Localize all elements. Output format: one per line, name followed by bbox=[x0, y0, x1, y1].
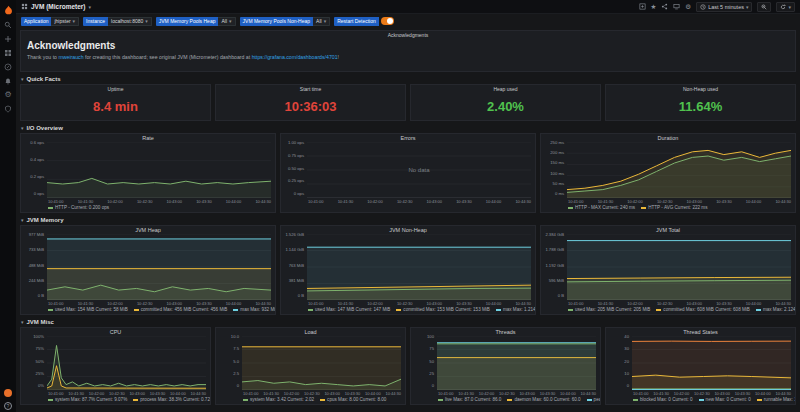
legend-item[interactable]: system Max: 3.42 Current: 2.02 bbox=[243, 397, 314, 402]
row-io-overview[interactable]: ▾ I/O Overview bbox=[21, 123, 796, 132]
time-range-label: Last 5 minutes bbox=[708, 4, 744, 10]
variable-application[interactable]: Application jhipster▾ bbox=[21, 17, 79, 26]
plot-wrap: 0.6 ops0.4 ops0.2 ops0 ops bbox=[21, 142, 275, 198]
legend-item[interactable]: committed Max: 608 MiB Current: 608 MiB bbox=[656, 307, 750, 312]
star-icon[interactable]: ★ bbox=[651, 3, 657, 11]
legend-item[interactable]: committed Max: 153 MiB Current: 153 MiB bbox=[396, 307, 490, 312]
panel-title[interactable]: Errors bbox=[281, 134, 535, 142]
graph-plot[interactable] bbox=[437, 336, 596, 390]
legend-item[interactable]: blocked Max: 0 Current: 0 bbox=[633, 397, 693, 402]
settings-gear-icon[interactable]: ⚙ bbox=[685, 3, 691, 11]
legend-item[interactable]: HTTP - MAX Current: 240 ms bbox=[568, 205, 635, 210]
legend-item[interactable]: max Max: 932 MiB Current: 932 MiB bbox=[233, 307, 275, 312]
legend: blocked Max: 0 Current: 0new Max: 0 Curr… bbox=[606, 396, 795, 404]
legend-item[interactable]: runnable Max: 10 Current: 9 bbox=[757, 397, 795, 402]
panel-title[interactable]: Heap used bbox=[411, 85, 600, 93]
graph-plot[interactable] bbox=[47, 336, 206, 390]
legend-item[interactable]: daemon Max: 60.0 Current: 60.0 bbox=[507, 397, 580, 402]
alerting-bell-icon[interactable] bbox=[4, 77, 12, 85]
dashboard-title[interactable]: JVM (Micrometer) bbox=[31, 3, 86, 10]
panel-title[interactable]: CPU bbox=[21, 328, 210, 336]
x-tick-label: 10:43:00 bbox=[427, 301, 443, 306]
legend-item[interactable]: used Max: 147 MiB Current: 147 MiB bbox=[308, 307, 390, 312]
navbar-actions: ★ ⚙ Last 5 minutes ▾ ▾ bbox=[639, 2, 795, 12]
legend-label: HTTP - Current: 0.200 ops bbox=[55, 205, 109, 210]
graph-plot[interactable] bbox=[47, 142, 271, 198]
panel-title[interactable]: Duration bbox=[541, 134, 795, 142]
legend-item[interactable]: HTTP - AVG Current: 222 ms bbox=[641, 205, 707, 210]
legend-item[interactable]: max Max: 2.124 GiB Current: 2.124 GiB bbox=[756, 307, 795, 312]
refresh-button[interactable]: ▾ bbox=[776, 2, 795, 12]
panel-title[interactable]: JVM Total bbox=[541, 226, 795, 234]
x-tick-label: 10:42:00 bbox=[479, 391, 495, 396]
add-panel-icon[interactable] bbox=[639, 3, 646, 10]
x-tick-label: 10:44:00 bbox=[560, 391, 576, 396]
x-tick-label: 10:41:00 bbox=[438, 391, 454, 396]
graph-plot[interactable] bbox=[567, 142, 791, 198]
x-tick-label: 10:44:00 bbox=[170, 391, 186, 396]
cycle-view-icon[interactable] bbox=[673, 3, 680, 10]
jvm-memory-row: JVM Heap977 MiB733 MiB488 MiB244 MiB0 B1… bbox=[20, 225, 796, 315]
zoom-out-button[interactable] bbox=[757, 2, 771, 12]
legend-item[interactable]: used Max: 205 MiB Current: 205 MiB bbox=[568, 307, 650, 312]
graph-plot[interactable] bbox=[632, 336, 791, 390]
panel-title[interactable]: Threads bbox=[411, 328, 600, 336]
configuration-gear-icon[interactable]: ⚙ bbox=[4, 91, 12, 99]
share-icon[interactable] bbox=[661, 3, 668, 10]
y-tick-label: 50% bbox=[36, 359, 44, 364]
author-link[interactable]: mweirauch bbox=[58, 54, 83, 60]
legend-item[interactable]: cpus Max: 8.00 Current: 8.00 bbox=[320, 397, 386, 402]
graph-plot[interactable] bbox=[47, 234, 271, 300]
y-axis: 10.07.55.02.50 bbox=[216, 334, 242, 388]
search-icon[interactable] bbox=[4, 21, 12, 29]
graph-plot[interactable] bbox=[242, 336, 401, 390]
legend-item[interactable]: process Max: 38.3% Current: 0.72% bbox=[133, 397, 210, 402]
legend-item[interactable]: HTTP - Current: 0.200 ops bbox=[48, 205, 109, 210]
panel-title[interactable]: Non-Heap used bbox=[606, 85, 795, 93]
legend-item[interactable]: max Max: 1.214 GiB Current: 1.214 GiB bbox=[496, 307, 535, 312]
chevron-down-icon[interactable]: ▾ bbox=[89, 4, 92, 10]
x-tick-label: 10:42:00 bbox=[627, 301, 643, 306]
legend-item[interactable]: system Max: 87.7% Current: 9.07% bbox=[48, 397, 127, 402]
server-admin-shield-icon[interactable] bbox=[4, 105, 12, 113]
legend-item[interactable]: new Max: 0 Current: 0 bbox=[699, 397, 751, 402]
panel-load: Load10.07.55.02.5010:41:0010:41:3010:42:… bbox=[215, 327, 406, 405]
variable-jvm-memory-pools-heap[interactable]: JVM Memory Pools Heap All▾ bbox=[156, 17, 236, 26]
row-jvm-memory[interactable]: ▾ JVM Memory bbox=[21, 215, 796, 224]
legend-item[interactable]: live Max: 87.0 Current: 86.0 bbox=[438, 397, 501, 402]
restart-detection-toggle[interactable] bbox=[381, 17, 394, 25]
add-icon[interactable] bbox=[4, 35, 12, 43]
graph-plot[interactable]: No data bbox=[307, 142, 531, 198]
x-axis: 10:41:0010:41:3010:42:0010:42:3010:43:00… bbox=[216, 390, 405, 396]
legend-item[interactable]: peak Max: 87.0 Current: 87.0 bbox=[587, 397, 600, 402]
x-tick-label: 10:43:00 bbox=[714, 391, 730, 396]
panel-title[interactable]: Start time bbox=[216, 85, 405, 93]
explore-icon[interactable] bbox=[4, 63, 12, 71]
help-icon[interactable]: ? bbox=[4, 402, 12, 410]
variable-jvm-memory-pools-non-heap[interactable]: JVM Memory Pools Non-Heap All▾ bbox=[240, 17, 331, 26]
y-axis: 1.00 ops0.75 ops0.50 ops0.25 ops0 ops bbox=[281, 140, 307, 196]
x-tick-label: 10:41:30 bbox=[78, 301, 94, 306]
graph-plot[interactable] bbox=[567, 234, 791, 300]
panel-title[interactable]: JVM Non-Heap bbox=[281, 226, 535, 234]
acknowledgments-heading: Acknowledgments bbox=[27, 40, 789, 51]
panel-title[interactable]: Rate bbox=[21, 134, 275, 142]
panel-title[interactable]: JVM Heap bbox=[21, 226, 275, 234]
panel-title[interactable]: Thread States bbox=[606, 328, 795, 336]
legend bbox=[281, 204, 535, 207]
time-range-picker[interactable]: Last 5 minutes ▾ bbox=[696, 2, 752, 12]
x-tick-label: 10:44:00 bbox=[746, 301, 762, 306]
panel-title[interactable]: Load bbox=[216, 328, 405, 336]
dashboards-icon[interactable] bbox=[4, 49, 12, 57]
legend-item[interactable]: used Max: 154 MiB Current: 58 MiB bbox=[48, 307, 128, 312]
row-jvm-misc[interactable]: ▾ JVM Misc bbox=[21, 317, 796, 326]
dashboard-url-link[interactable]: https://grafana.com/dashboards/4701 bbox=[252, 54, 338, 60]
row-quick-facts[interactable]: ▾ Quick Facts bbox=[21, 74, 796, 83]
user-avatar[interactable] bbox=[4, 389, 12, 397]
panel-title[interactable]: Uptime bbox=[21, 85, 210, 93]
grafana-logo-icon[interactable] bbox=[3, 2, 14, 13]
graph-plot[interactable] bbox=[307, 234, 531, 300]
variable-instance[interactable]: Instance localhost:8080▾ bbox=[83, 17, 152, 26]
legend-item[interactable]: committed Max: 456 MiB Current: 456 MiB bbox=[134, 307, 228, 312]
panel-title[interactable]: Acknowledgments bbox=[21, 31, 795, 39]
